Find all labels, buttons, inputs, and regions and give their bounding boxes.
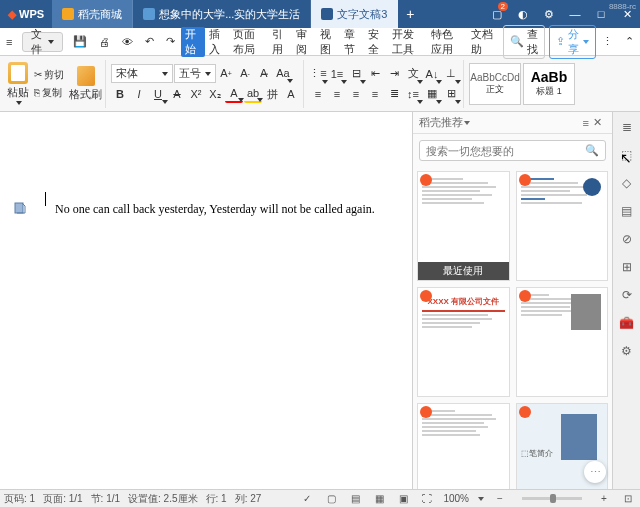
ribbon-tab-insert[interactable]: 插入: [205, 27, 229, 57]
zoom-in-button[interactable]: +: [596, 492, 612, 506]
template-item[interactable]: XXXX 有限公司文件: [417, 287, 510, 397]
ribbon-tab-review[interactable]: 审阅: [292, 27, 316, 57]
shrink-font-button[interactable]: A-: [236, 64, 254, 82]
subscript-button[interactable]: X₂: [206, 85, 224, 103]
template-item[interactable]: [516, 287, 609, 397]
font-size-select[interactable]: 五号: [174, 64, 216, 83]
settings-button[interactable]: ⚙: [536, 0, 562, 28]
more-button[interactable]: ⋮: [596, 32, 619, 52]
line-spacing-button[interactable]: ↕≡: [404, 85, 422, 103]
ribbon-tab-view[interactable]: 视图: [316, 27, 340, 57]
help-button[interactable]: ⋯: [584, 461, 606, 483]
fit-page-button[interactable]: ⊡: [620, 492, 636, 506]
strikethrough-button[interactable]: A: [168, 85, 186, 103]
skin-button[interactable]: ◐: [510, 0, 536, 28]
align-left-button[interactable]: ≡: [309, 85, 327, 103]
style-normal[interactable]: AaBbCcDd 正文: [469, 63, 521, 105]
template-item[interactable]: [516, 171, 609, 281]
cut-button[interactable]: ✂剪切: [31, 67, 67, 83]
copy-icon: ⎘: [34, 87, 40, 98]
font-color-button[interactable]: A: [225, 85, 243, 103]
template-item[interactable]: 最近使用: [417, 171, 510, 281]
superscript-button[interactable]: X²: [187, 85, 205, 103]
bullets-button[interactable]: ⋮≡: [309, 65, 327, 83]
spellcheck-button[interactable]: ✓: [299, 492, 315, 506]
tool-toolbox[interactable]: 🧰: [618, 314, 636, 332]
qat-preview[interactable]: 👁: [116, 32, 139, 52]
phonetic-guide-button[interactable]: 拼: [263, 85, 281, 103]
qat-save[interactable]: 💾: [67, 32, 93, 52]
minimize-button[interactable]: —: [562, 0, 588, 28]
template-search[interactable]: 🔍: [419, 140, 606, 161]
template-item[interactable]: [417, 403, 510, 489]
qat-undo[interactable]: ↶: [139, 32, 160, 52]
document-area[interactable]: No one can call back yesterday, Yesterda…: [0, 112, 412, 489]
ribbon-tab-devtools[interactable]: 开发工具: [388, 27, 428, 57]
borders-button[interactable]: ⊞: [442, 85, 460, 103]
app-menu-button[interactable]: ≡: [0, 32, 18, 52]
highlight-button[interactable]: ab: [244, 85, 262, 103]
share-button[interactable]: ⇪分享: [549, 25, 596, 59]
collapse-ribbon-button[interactable]: ⌃: [619, 32, 640, 52]
ribbon-tab-references[interactable]: 引用: [268, 27, 292, 57]
tabs-button[interactable]: ⊥: [442, 65, 460, 83]
tool-shapes[interactable]: ◇: [618, 174, 636, 192]
new-tab-button[interactable]: +: [398, 6, 422, 22]
qat-print[interactable]: 🖨: [93, 32, 116, 52]
underline-button[interactable]: U: [149, 85, 167, 103]
tool-prop[interactable]: ⊞: [618, 258, 636, 276]
clear-format-button[interactable]: A̶: [255, 64, 273, 82]
increase-indent-button[interactable]: ⇥: [385, 65, 403, 83]
ribbon-tab-layout[interactable]: 页面布局: [229, 27, 269, 57]
ribbon-tab-home[interactable]: 开始: [181, 27, 205, 57]
bold-button[interactable]: B: [111, 85, 129, 103]
grow-font-button[interactable]: A+: [217, 64, 235, 82]
sort-button[interactable]: A↓: [423, 65, 441, 83]
align-right-button[interactable]: ≡: [347, 85, 365, 103]
multilevel-button[interactable]: ⊟: [347, 65, 365, 83]
qat-redo[interactable]: ↷: [160, 32, 181, 52]
shading-button[interactable]: ▦: [423, 85, 441, 103]
paste-button[interactable]: 粘贴: [7, 62, 29, 105]
tab-doc-1[interactable]: 想象中的大学...实的大学生活: [133, 0, 311, 28]
tool-nav[interactable]: ▤: [618, 202, 636, 220]
italic-button[interactable]: I: [130, 85, 148, 103]
font-name-select[interactable]: 宋体: [111, 64, 173, 83]
find-box[interactable]: 🔍查找: [503, 25, 545, 59]
tab-doc-2[interactable]: 文字文稿3: [311, 0, 398, 28]
change-case-button[interactable]: Aa: [274, 64, 292, 82]
file-menu[interactable]: 文件: [22, 32, 62, 52]
zoom-out-button[interactable]: −: [492, 492, 508, 506]
decrease-indent-button[interactable]: ⇤: [366, 65, 384, 83]
ribbon-tab-security[interactable]: 安全: [364, 27, 388, 57]
view-outline[interactable]: ▤: [347, 492, 363, 506]
view-fullscreen[interactable]: ⛶: [419, 492, 435, 506]
distributed-button[interactable]: ≣: [385, 85, 403, 103]
ribbon-tab-dochelper[interactable]: 文档助: [467, 27, 499, 57]
wps-logo: ◆ WPS: [0, 8, 52, 21]
ribbon-tab-section[interactable]: 章节: [340, 27, 364, 57]
template-search-input[interactable]: [426, 145, 585, 157]
tool-backup[interactable]: ⟳: [618, 286, 636, 304]
tool-styles[interactable]: ≣: [618, 118, 636, 136]
workspace-button[interactable]: ▢2: [484, 0, 510, 28]
tool-limit[interactable]: ⊘: [618, 230, 636, 248]
ribbon-tab-apps[interactable]: 特色应用: [427, 27, 467, 57]
zoom-slider[interactable]: [522, 497, 582, 500]
format-painter-button[interactable]: 格式刷: [69, 66, 102, 102]
char-border-button[interactable]: A: [282, 85, 300, 103]
style-heading1[interactable]: AaBb 标题 1: [523, 63, 575, 105]
view-web[interactable]: ▦: [371, 492, 387, 506]
tool-settings[interactable]: ⚙: [618, 342, 636, 360]
tab-store[interactable]: 稻壳商城: [52, 0, 133, 28]
text-direction-button[interactable]: 文: [404, 65, 422, 83]
tool-select[interactable]: ⬚: [618, 146, 636, 164]
view-print-layout[interactable]: ▢: [323, 492, 339, 506]
view-reading[interactable]: ▣: [395, 492, 411, 506]
justify-button[interactable]: ≡: [366, 85, 384, 103]
side-panel-close[interactable]: ✕: [589, 116, 606, 129]
copy-button[interactable]: ⎘复制: [31, 85, 67, 101]
numbering-button[interactable]: 1≡: [328, 65, 346, 83]
align-center-button[interactable]: ≡: [328, 85, 346, 103]
zoom-value[interactable]: 100%: [443, 493, 469, 504]
